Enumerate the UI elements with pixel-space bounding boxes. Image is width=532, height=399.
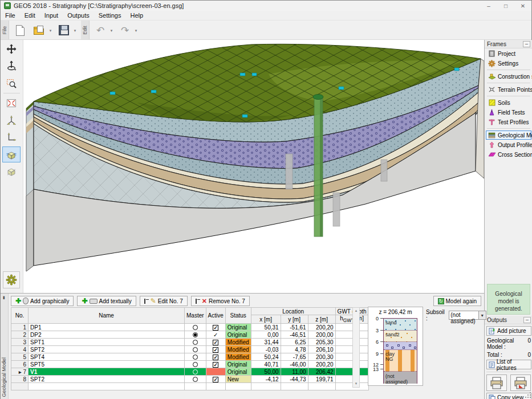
master-radio[interactable]: [193, 355, 198, 360]
col-active[interactable]: Active: [206, 308, 225, 324]
frames-minimize-button[interactable]: –: [523, 41, 530, 47]
table-row[interactable]: 3 SPT1 ✓ Modified 31,44 6,25 205,30: [11, 339, 369, 346]
z-cell[interactable]: 200,20: [308, 324, 335, 331]
active-cell[interactable]: ✓: [206, 376, 225, 383]
active-checkbox[interactable]: ✓: [213, 362, 218, 368]
z-cell[interactable]: 206,10: [308, 346, 335, 353]
master-cell[interactable]: [185, 324, 206, 331]
master-cell[interactable]: [185, 353, 206, 361]
axes-3d-tool-button[interactable]: [2, 112, 21, 128]
remove-row-button[interactable]: ✕ Remove No. 7: [191, 296, 250, 306]
model-canvas[interactable]: [23, 40, 484, 293]
print-selection-button[interactable]: [510, 374, 531, 391]
active-cell-blocked[interactable]: [206, 368, 225, 376]
z-cell[interactable]: 199,71: [308, 376, 335, 383]
active-cell[interactable]: ✓: [206, 353, 225, 361]
row-number-cell[interactable]: 8: [11, 376, 29, 383]
scroll-down-icon[interactable]: ▼: [353, 381, 359, 387]
table-scrollbar[interactable]: ▲ ▼: [352, 307, 360, 388]
master-radio[interactable]: [193, 340, 198, 345]
row-number-cell[interactable]: 1: [11, 324, 29, 331]
axes-2d-tool-button[interactable]: [2, 129, 21, 145]
col-z[interactable]: z [m]: [308, 315, 335, 324]
table-row[interactable]: 1 DP1 ✓ Original 50,31 -51,61 200,20: [11, 324, 369, 331]
print-button[interactable]: [486, 374, 507, 391]
z-cell[interactable]: 200,30: [308, 353, 335, 361]
sidebar-item-soils[interactable]: Soils: [486, 98, 531, 107]
row-number-cell[interactable]: 4: [11, 346, 29, 353]
minimize-icon[interactable]: –: [480, 1, 497, 11]
active-checkbox[interactable]: ✓: [213, 340, 218, 345]
zoom-fit-tool-button[interactable]: [2, 95, 21, 111]
col-no[interactable]: No.: [11, 308, 29, 324]
scroll-up-icon[interactable]: ▲: [353, 308, 359, 314]
undo-button[interactable]: ↶: [92, 22, 109, 38]
x-cell[interactable]: 50,00: [251, 368, 281, 376]
new-file-button[interactable]: [11, 22, 29, 38]
z-cell[interactable]: 206,42: [308, 368, 335, 376]
sidebar-item-geological-model[interactable]: Geological Model: [486, 131, 531, 140]
name-cell[interactable]: V1: [29, 368, 185, 376]
row-number-cell[interactable]: 3: [11, 339, 29, 346]
table-row[interactable]: 6 SPT5 ✓ Original 40,71 -46,00 200,20: [11, 361, 369, 368]
name-cell[interactable]: SPT1: [29, 339, 185, 346]
menu-outputs[interactable]: Outputs: [63, 11, 94, 19]
master-radio[interactable]: [193, 362, 198, 367]
col-master[interactable]: Master: [185, 308, 206, 324]
row-number-cell[interactable]: 5: [11, 353, 29, 361]
sidebar-item-test-profiles[interactable]: Test Profiles: [486, 117, 531, 127]
active-checkbox[interactable]: ✓: [213, 355, 218, 360]
undo-dropdown-caret[interactable]: ▾: [109, 22, 114, 39]
y-cell[interactable]: -46,51: [281, 331, 308, 339]
master-radio[interactable]: [193, 325, 198, 330]
master-cell[interactable]: [185, 368, 206, 376]
x-cell[interactable]: 50,24: [251, 353, 281, 361]
name-cell[interactable]: DP1: [29, 324, 185, 331]
rotate-tool-button[interactable]: [2, 58, 21, 74]
x-cell[interactable]: -4,12: [251, 376, 281, 383]
name-cell[interactable]: SPT4: [29, 353, 185, 361]
add-graphically-button[interactable]: ✚ Add graphically: [11, 296, 74, 306]
sidebar-item-project[interactable]: Project: [486, 49, 531, 58]
sidebar-item-construction-site[interactable]: Construction site: [486, 72, 531, 81]
table-row[interactable]: 4 SPT2 ✓ Modified -0,03 4,78 206,10: [11, 346, 369, 353]
zoom-window-tool-button[interactable]: [2, 75, 21, 91]
model-again-button[interactable]: ↻ Model again: [433, 296, 481, 306]
row-number-cell[interactable]: 6: [11, 361, 29, 368]
z-cell[interactable]: 200,20: [308, 361, 335, 368]
master-cell[interactable]: [185, 339, 206, 346]
col-status[interactable]: Status: [225, 308, 251, 324]
name-cell[interactable]: SPT5: [29, 361, 185, 368]
x-cell[interactable]: 31,44: [251, 339, 281, 346]
sidebar-item-output-profiles[interactable]: Output Profiles: [486, 140, 531, 149]
z-cell[interactable]: 205,30: [308, 339, 335, 346]
x-cell[interactable]: 50,31: [251, 324, 281, 331]
master-radio[interactable]: [193, 377, 198, 382]
row-number-cell[interactable]: 2: [11, 331, 29, 339]
col-location[interactable]: Location: [251, 308, 335, 315]
active-cell[interactable]: ✓: [206, 339, 225, 346]
y-cell[interactable]: -51,61: [281, 324, 308, 331]
active-cell[interactable]: ✓: [206, 324, 225, 331]
table-row[interactable]: 5 SPT4 ✓ Modified 50,24 -7,65 200,30: [11, 353, 369, 361]
z-cell[interactable]: 200,00: [308, 331, 335, 339]
open-dropdown-caret[interactable]: ▾: [48, 22, 53, 39]
save-file-button[interactable]: [55, 22, 72, 38]
active-checkbox[interactable]: ✓: [213, 347, 218, 353]
row-number-cell[interactable]: ▸ 7: [11, 368, 29, 376]
master-cell[interactable]: [185, 346, 206, 353]
move-tool-button[interactable]: [2, 41, 21, 57]
master-radio[interactable]: [193, 347, 198, 352]
active-checkbox[interactable]: ✓: [213, 377, 218, 382]
sidebar-item-settings[interactable]: Settings: [486, 59, 531, 68]
window-resize-grip[interactable]: [525, 392, 531, 398]
sidebar-item-field-tests[interactable]: Field Tests: [486, 108, 531, 117]
master-cell[interactable]: [185, 361, 206, 368]
master-radio[interactable]: [193, 369, 198, 374]
menu-file[interactable]: File: [1, 11, 20, 19]
frame-tab-strip[interactable]: ▮ Geological Model: [1, 294, 9, 399]
name-cell[interactable]: SPT2: [29, 346, 185, 353]
table-row[interactable]: 2 DP2 ✓ Original 0,00 -46,51 200,00: [11, 331, 369, 339]
active-cell[interactable]: ✓: [206, 346, 225, 353]
y-cell[interactable]: 6,25: [281, 339, 308, 346]
